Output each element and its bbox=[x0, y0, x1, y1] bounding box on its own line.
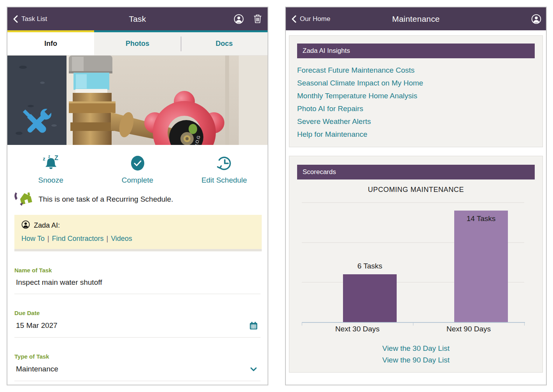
category-label-90-days: Next 90 Days bbox=[413, 325, 524, 333]
type-of-task-label: Type of Task bbox=[14, 353, 261, 360]
zada-box-shadow bbox=[14, 249, 262, 251]
videos-link[interactable]: Videos bbox=[111, 235, 132, 242]
name-of-task-label: Name of Task bbox=[14, 267, 261, 274]
back-chevron-icon bbox=[291, 15, 296, 23]
type-of-task-value: Maintenance bbox=[16, 365, 58, 373]
svg-text:z: z bbox=[43, 156, 46, 162]
task-header: Task List Task bbox=[7, 7, 268, 30]
profile-icon[interactable] bbox=[233, 14, 244, 24]
task-tabs: Info Photos Docs bbox=[7, 32, 268, 56]
snooze-label: Snooze bbox=[38, 176, 63, 185]
complete-button[interactable]: Complete bbox=[94, 154, 181, 185]
type-of-task-field[interactable]: Maintenance bbox=[14, 360, 261, 381]
recurring-note-text: This is one task of a Recurring Schedule… bbox=[38, 195, 173, 204]
zada-ai-insights-card: Zada AI Insights Forecast Future Mainten… bbox=[289, 35, 543, 147]
task-panel: Task List Task bbox=[7, 7, 268, 385]
bar-next-30-days bbox=[343, 274, 397, 322]
axis-tick bbox=[524, 322, 525, 326]
check-circle-icon bbox=[130, 154, 146, 174]
svg-text:Z: Z bbox=[54, 155, 58, 161]
tab-info[interactable]: Info bbox=[7, 32, 94, 55]
view-30-day-list-link[interactable]: View the 30 Day List bbox=[289, 343, 542, 354]
zada-ai-title: Zada AI: bbox=[34, 221, 60, 230]
insight-link-seasonal-climate[interactable]: Seasonal Climate Impact on My Home bbox=[297, 77, 535, 89]
back-to-task-list-button[interactable]: Task List bbox=[13, 7, 47, 30]
insight-links: Forecast Future Maintenance Costs Season… bbox=[297, 64, 535, 141]
due-date-value: 15 Mar 2027 bbox=[16, 321, 58, 330]
complete-label: Complete bbox=[122, 176, 153, 185]
task-photo: 200W.O.G bbox=[7, 56, 268, 145]
insight-link-forecast-costs[interactable]: Forecast Future Maintenance Costs bbox=[297, 64, 535, 77]
calendar-icon[interactable] bbox=[249, 321, 258, 330]
insights-section-header: Zada AI Insights bbox=[297, 44, 535, 58]
back-label: Our Home bbox=[300, 15, 330, 23]
tab-separator bbox=[181, 37, 181, 51]
dark-wall bbox=[7, 56, 66, 145]
link-separator: | bbox=[106, 235, 108, 242]
delete-task-icon[interactable] bbox=[252, 14, 263, 24]
screen: Task List Task bbox=[0, 0, 553, 392]
back-to-our-home-button[interactable]: Our Home bbox=[291, 7, 330, 30]
bar-value-label-90: 14 Tasks bbox=[454, 214, 508, 223]
bar-next-90-days bbox=[454, 211, 508, 322]
insight-link-monthly-temperature[interactable]: Monthly Temperature Home Analysis bbox=[297, 89, 535, 102]
view-90-day-list-link[interactable]: View the 90 Day List bbox=[289, 354, 542, 366]
task-fields: Name of Task Inspect main water shutoff … bbox=[14, 267, 261, 381]
maintenance-panel: Our Home Maintenance Zada AI bbox=[285, 7, 547, 385]
bar-value-label-30: 6 Tasks bbox=[343, 262, 397, 270]
x-axis bbox=[302, 322, 525, 323]
due-date-field[interactable]: 15 Mar 2027 bbox=[14, 316, 261, 338]
insight-link-photo-ai[interactable]: Photo AI for Repairs bbox=[297, 102, 535, 115]
name-of-task-value: Inspect main water shutoff bbox=[16, 278, 102, 287]
chart-title: UPCOMING MAINTENANCE bbox=[289, 186, 542, 194]
recurring-note: This is one task of a Recurring Schedule… bbox=[13, 191, 268, 208]
gridline bbox=[302, 202, 524, 203]
insight-link-severe-weather[interactable]: Severe Weather Alerts bbox=[297, 115, 535, 128]
insight-link-help[interactable]: Help for Maintenance bbox=[297, 128, 535, 141]
due-date-label: Due Date bbox=[14, 310, 261, 316]
category-label-30-days: Next 30 Days bbox=[302, 325, 413, 333]
scorecards-section-header: Scorecards bbox=[297, 165, 535, 179]
history-clock-icon bbox=[215, 154, 234, 174]
page-title: Maintenance bbox=[392, 14, 439, 24]
name-of-task-field[interactable]: Inspect main water shutoff bbox=[14, 274, 261, 294]
zada-ai-box: Zada AI: How To|Find Contractors|Videos bbox=[14, 215, 262, 249]
edit-schedule-label: Edit Schedule bbox=[201, 176, 247, 185]
maintenance-header: Our Home Maintenance bbox=[286, 7, 546, 30]
valve-body bbox=[73, 93, 112, 145]
chevron-down-icon[interactable] bbox=[249, 364, 258, 374]
back-chevron-icon bbox=[13, 15, 18, 23]
page-title: Task bbox=[129, 14, 146, 24]
snooze-bell-icon: z z Z bbox=[40, 154, 62, 174]
back-label: Task List bbox=[21, 15, 47, 23]
zada-house-logo-icon bbox=[13, 191, 33, 208]
how-to-link[interactable]: How To bbox=[21, 235, 45, 242]
view-links: View the 30 Day List View the 90 Day Lis… bbox=[289, 343, 542, 366]
scorecards-card: Scorecards UPCOMING MAINTENANCE 6 Tasks … bbox=[289, 156, 543, 373]
link-separator: | bbox=[47, 235, 49, 242]
zada-person-icon bbox=[21, 220, 30, 231]
find-contractors-link[interactable]: Find Contractors bbox=[52, 235, 103, 242]
snooze-button[interactable]: z z Z Snooze bbox=[7, 154, 94, 185]
edit-schedule-button[interactable]: Edit Schedule bbox=[181, 154, 268, 185]
svg-text:z: z bbox=[48, 154, 50, 159]
tab-docs[interactable]: Docs bbox=[181, 32, 268, 55]
task-actions: z z Z Snooze Complete bbox=[7, 145, 268, 187]
zada-links: How To|Find Contractors|Videos bbox=[21, 235, 255, 243]
profile-icon[interactable] bbox=[531, 14, 541, 24]
tab-photos[interactable]: Photos bbox=[94, 32, 181, 55]
